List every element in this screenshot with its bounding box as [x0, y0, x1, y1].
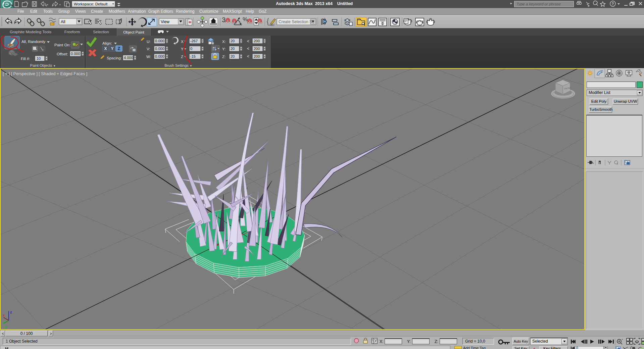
- svg-text:z: z: [10, 310, 12, 314]
- svg-text:Z: Z: [181, 55, 183, 59]
- svg-text:V:: V:: [147, 47, 150, 51]
- svg-text:0.000: 0.000: [155, 47, 164, 51]
- svg-text:Offset:: Offset:: [57, 52, 68, 56]
- svg-text:All, Randomly: All, Randomly: [21, 40, 45, 44]
- svg-text:200: 200: [254, 47, 260, 51]
- svg-text:Fill #:: Fill #:: [21, 57, 30, 61]
- svg-text:+: +: [622, 338, 623, 341]
- svg-text:20: 20: [231, 54, 235, 58]
- svg-text:Y:: Y:: [222, 47, 226, 51]
- svg-text:Z: Z: [118, 46, 120, 51]
- svg-text:20: 20: [231, 47, 235, 51]
- svg-text:x: x: [3, 313, 5, 317]
- svg-text:0: 0: [576, 346, 578, 349]
- svg-text:X:: X:: [222, 40, 226, 44]
- svg-text:Align:: Align:: [102, 41, 112, 45]
- svg-text:Y: Y: [181, 47, 184, 51]
- svg-text:ABC: ABC: [269, 23, 275, 27]
- svg-text:Spacing:: Spacing:: [107, 56, 122, 60]
- svg-text:<: <: [247, 54, 249, 59]
- svg-text:y: y: [5, 325, 7, 329]
- svg-text:Paint On:: Paint On:: [54, 43, 70, 47]
- svg-text:0: 0: [190, 47, 192, 51]
- svg-text:[ + ] [ Perspective ] [ Shaded: [ + ] [ Perspective ] [ Shaded + Edged F…: [3, 71, 87, 76]
- svg-text:%: %: [243, 16, 248, 22]
- svg-text:200: 200: [254, 54, 260, 58]
- svg-text:0.000: 0.000: [155, 54, 164, 58]
- svg-text:U:: U:: [147, 40, 151, 44]
- svg-text:3: 3: [222, 16, 226, 23]
- svg-text:<: <: [247, 46, 249, 51]
- svg-text:Create Selection Se: Create Selection Se: [279, 19, 314, 24]
- svg-text:View: View: [161, 19, 169, 24]
- svg-text:0.000: 0.000: [71, 52, 80, 56]
- svg-text:4.000: 4.000: [124, 56, 133, 60]
- svg-text:-267: -267: [190, 39, 198, 43]
- svg-text:W:: W:: [146, 55, 151, 59]
- svg-text:0.000: 0.000: [155, 39, 164, 43]
- svg-text:200: 200: [254, 39, 260, 43]
- svg-text:Z:: Z:: [222, 55, 226, 59]
- svg-text:<: <: [247, 39, 249, 44]
- svg-text:X: X: [104, 46, 107, 51]
- svg-text:Y: Y: [111, 46, 113, 51]
- svg-text:?: ?: [612, 2, 614, 6]
- svg-text:All: All: [61, 19, 65, 24]
- svg-text:20: 20: [231, 39, 235, 43]
- svg-text:X: X: [181, 40, 184, 44]
- svg-text:-15: -15: [190, 54, 196, 58]
- svg-text:10: 10: [37, 56, 41, 60]
